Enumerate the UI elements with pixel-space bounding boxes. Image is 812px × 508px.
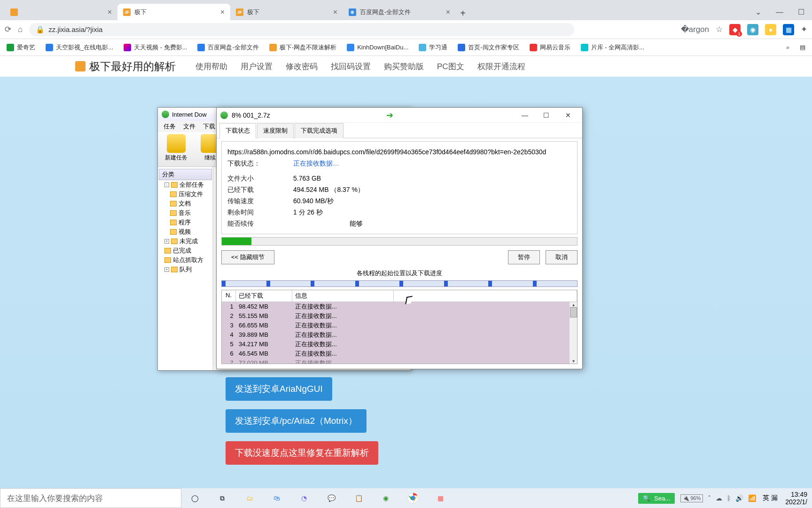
tree-item[interactable]: +未完成 <box>164 237 212 246</box>
close-icon[interactable]: × <box>220 8 225 16</box>
tab-complete-options[interactable]: 下载完成选项 <box>295 123 344 138</box>
nav-link[interactable]: 权限开通流程 <box>477 61 525 72</box>
thread-n: 4 <box>225 330 239 340</box>
taskview-icon[interactable]: ⧉ <box>209 488 236 508</box>
bookmark-item[interactable]: 爱奇艺 <box>7 43 35 52</box>
cortana-icon[interactable]: ◯ <box>181 488 209 508</box>
close-icon[interactable]: ✕ <box>558 109 578 122</box>
scrollbar[interactable]: ▴▾ <box>569 302 577 364</box>
bookmark-item[interactable]: 极下-网盘不限速解析 <box>269 43 336 52</box>
wechat-icon[interactable]: 💬 <box>318 488 345 508</box>
tree-item[interactable]: 压缩文件 <box>170 190 212 199</box>
tree-item[interactable]: 视频 <box>170 227 212 237</box>
home-icon[interactable]: ⌂ <box>18 25 23 34</box>
tree-item[interactable]: 音乐 <box>170 208 212 218</box>
info-label: 剩余时间 <box>227 206 293 218</box>
app-icon[interactable]: ◔ <box>290 488 318 508</box>
collapse-icon[interactable]: - <box>164 183 169 187</box>
menu-item[interactable]: 任务 <box>161 121 179 132</box>
send-aria2-button[interactable]: 发送到安卓/pc/Aria2（Motrix） <box>226 409 367 433</box>
tab-1[interactable]: JF极下× <box>117 4 230 20</box>
nav-link[interactable]: 购买赞助版 <box>384 61 424 72</box>
extension-icon[interactable]: ◉ <box>747 24 758 35</box>
nav-link[interactable]: 使用帮助 <box>195 61 227 72</box>
explorer-icon[interactable]: 🗂 <box>236 488 263 508</box>
bookmark-item[interactable]: 百度网盘-全部文件 <box>197 43 258 52</box>
reload-icon[interactable]: ⟳ <box>5 24 11 34</box>
bookmark-item[interactable]: KinhDown[BaiDu... <box>347 44 408 51</box>
tree-item[interactable]: 程序 <box>170 218 212 227</box>
folder-icon <box>170 229 177 235</box>
tree-item[interactable]: -全部任务 <box>164 180 212 190</box>
bookmarks-overflow-icon[interactable]: » <box>786 44 789 51</box>
bookmark-item[interactable]: 网易云音乐 <box>530 43 570 52</box>
tree-item[interactable]: 已完成 <box>164 246 212 255</box>
tab-2[interactable]: JF极下× <box>230 4 343 20</box>
app-icon[interactable]: ▦ <box>427 488 454 508</box>
pause-button[interactable]: 暂停 <box>508 250 540 264</box>
new-tab-button[interactable]: + <box>456 6 470 20</box>
nav-link[interactable]: 修改密码 <box>286 61 318 72</box>
address-field[interactable]: 🔒 zz.jixia.asia/?jixia <box>29 23 574 36</box>
dropdown-icon[interactable]: ⌄ <box>747 4 769 20</box>
tree-item[interactable]: 站点抓取方 <box>164 255 212 265</box>
battery-indicator[interactable]: 🔌96% <box>680 494 703 502</box>
nav-link[interactable]: 找回码设置 <box>331 61 371 72</box>
star-icon[interactable]: ☆ <box>716 24 723 34</box>
maximize-icon[interactable]: ☐ <box>536 109 557 122</box>
cancel-button[interactable]: 取消 <box>546 250 578 264</box>
bookmark-item[interactable]: 学习通 <box>419 43 447 52</box>
bluetooth-icon[interactable]: ᛒ <box>727 494 731 502</box>
idm-taskbar-icon[interactable]: ◉ <box>372 488 399 508</box>
wifi-icon[interactable]: 📶 <box>748 494 756 502</box>
reading-list-icon[interactable]: ▤ <box>800 44 805 51</box>
hide-details-button[interactable]: << 隐藏细节 <box>221 250 274 264</box>
tab-0[interactable]: × <box>5 4 117 20</box>
bookmark-item[interactable]: 首页-阅文作家专区 <box>458 43 519 52</box>
menu-item[interactable]: 下载 <box>200 121 218 132</box>
scroll-thumb[interactable] <box>570 307 577 318</box>
extension-icon[interactable]: ◆ <box>729 24 741 35</box>
menu-item[interactable]: 文件 <box>180 121 198 132</box>
chrome-icon[interactable] <box>399 488 427 508</box>
store-icon[interactable]: 🛍 <box>263 488 290 508</box>
nav-link[interactable]: 用户设置 <box>241 61 273 72</box>
expand-icon[interactable]: + <box>164 267 169 272</box>
bookmark-item[interactable]: 天天视频 - 免费影... <box>124 43 187 52</box>
volume-icon[interactable]: 🔊 <box>735 494 743 502</box>
tab-download-status[interactable]: 下载状态 <box>219 123 256 138</box>
tab-speed-limit[interactable]: 速度限制 <box>257 123 294 138</box>
app-icon[interactable]: 📋 <box>345 488 372 508</box>
tab-title: 极下 <box>247 8 259 16</box>
expand-icon[interactable]: + <box>164 239 169 244</box>
send-arianggui-button[interactable]: 发送到安卓AriaNgGUI <box>226 377 332 401</box>
translate-icon[interactable]: �argon <box>681 24 709 34</box>
nav-link[interactable]: PC图文 <box>437 61 464 72</box>
download-progress-dialog[interactable]: 8% 001_2.7z ➔ ― ☐ ✕ 下载状态 速度限制 下载完成选项 htt… <box>216 107 583 369</box>
taskbar-search[interactable]: 在这里输入你要搜索的内容 <box>0 488 181 508</box>
close-icon[interactable]: × <box>333 8 337 16</box>
scroll-down-icon[interactable]: ▾ <box>572 358 575 364</box>
close-icon[interactable]: × <box>108 8 112 16</box>
extensions-menu-icon[interactable]: ✦ <box>801 24 807 34</box>
bookmark-item[interactable]: 片库 - 全网高清影... <box>581 43 644 52</box>
clock[interactable]: 13:492022/1/ <box>781 491 812 506</box>
extension-icon[interactable]: ● <box>765 24 776 35</box>
fix-speed-button[interactable]: 下载没速度点这里修复在重新解析 <box>226 441 378 465</box>
maximize-icon[interactable]: ☐ <box>790 4 812 20</box>
close-icon[interactable]: × <box>446 8 450 16</box>
tray-up-icon[interactable]: ˄ <box>708 494 711 502</box>
tab-3[interactable]: ⊕百度网盘-全部文件× <box>343 4 456 20</box>
language-button[interactable]: 🔍Sea... <box>638 493 675 504</box>
extension-icon[interactable]: ▦ <box>783 24 794 35</box>
bookmark-item[interactable]: 天空影视_在线电影... <box>46 43 113 52</box>
tree-item[interactable]: +队列 <box>164 265 212 274</box>
tree-item[interactable]: 文档 <box>170 199 212 208</box>
minimize-icon[interactable]: ― <box>515 109 535 122</box>
onedrive-icon[interactable]: ☁ <box>716 494 722 502</box>
ime-indicator[interactable]: 英漏 <box>760 494 781 502</box>
dialog-titlebar[interactable]: 8% 001_2.7z ➔ ― ☐ ✕ <box>217 108 582 123</box>
new-task-button[interactable]: 新建任务 <box>161 134 192 165</box>
minimize-icon[interactable]: ― <box>769 4 790 20</box>
scroll-up-icon[interactable]: ▴ <box>572 302 575 307</box>
